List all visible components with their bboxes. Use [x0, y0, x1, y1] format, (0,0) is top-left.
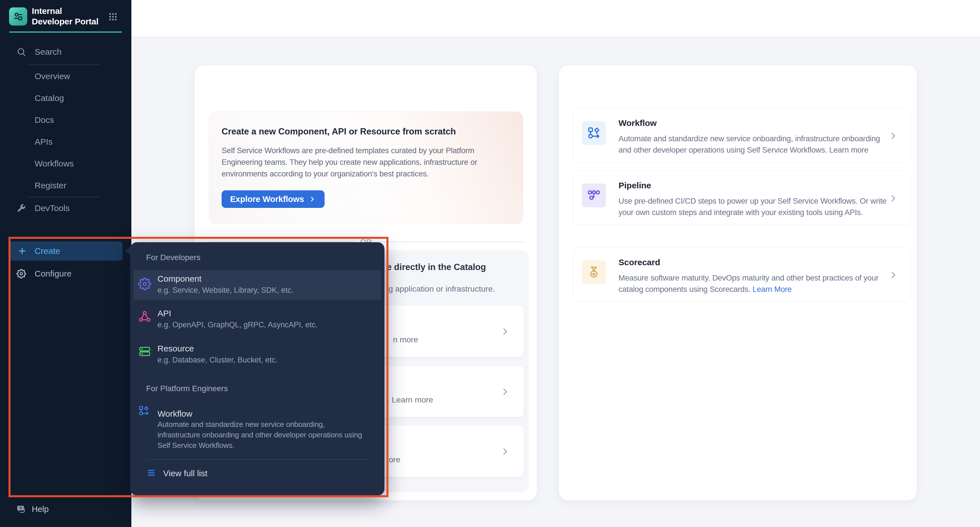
sidebar-item-label: Configure: [0, 269, 72, 279]
gear-icon: [16, 269, 26, 279]
sidebar-item-label: Workflows: [0, 159, 74, 168]
sidebar-item-overview[interactable]: Overview: [0, 68, 131, 84]
flyout-item-subtitle: e.g. Database, Cluster, Bucket, etc.: [158, 356, 277, 365]
row-description: Measure software maturity. DevOps maturi…: [619, 272, 889, 295]
pipeline-icon: [587, 189, 601, 202]
sidebar-item-label: Docs: [0, 115, 54, 125]
sidebar-item-search[interactable]: Search: [0, 44, 131, 60]
flyout-item-subtitle: e.g. OpenAPI, GraphQL, gRPC, AsyncAPI, e…: [158, 321, 318, 329]
row-title: Scorecard: [619, 257, 660, 267]
view-full-list-button[interactable]: View full list: [130, 466, 385, 484]
explore-workflows-button[interactable]: Explore Workflows: [221, 190, 325, 208]
register-row-text-fragment: . Learn more: [387, 395, 433, 405]
flyout-item-title: Component: [158, 274, 202, 284]
flyout-item-title: API: [158, 309, 171, 318]
sidebar-accent-rule: [9, 32, 122, 33]
pipeline-icon-tile: [582, 184, 606, 207]
resource-server-icon: [138, 345, 151, 358]
app-title: Internal Developer Portal: [32, 6, 103, 27]
plus-icon: [17, 246, 27, 256]
api-nodes-icon: [138, 310, 151, 323]
register-heading-fragment: e directly in the Catalog: [387, 262, 486, 272]
workflow-icon: [138, 405, 150, 416]
flyout-item-subtitle: e.g. Service, Website, Library, SDK, etc…: [158, 286, 293, 295]
flyout-item-title: Workflow: [158, 409, 192, 419]
row-description: Automate and standardize new service onb…: [619, 133, 889, 156]
chevron-right-icon: [889, 271, 898, 280]
chevron-right-icon: [889, 131, 898, 140]
view-full-list-label: View full list: [163, 468, 207, 478]
sidebar-item-help[interactable]: ? Help: [0, 500, 131, 518]
svg-text:?: ?: [19, 506, 22, 511]
workflow-icon-tile: [582, 121, 606, 145]
register-row-text-fragment: n more: [393, 335, 418, 344]
flyout-caret: [126, 247, 130, 255]
sidebar-item-label: Overview: [0, 71, 70, 81]
sidebar-item-configure[interactable]: Configure: [0, 266, 131, 282]
pipeline-row[interactable]: Pipeline Use pre-defined CI/CD steps to …: [573, 171, 911, 225]
register-subtitle-fragment: g application or infrastructure.: [388, 284, 495, 294]
app-logo: [9, 7, 27, 25]
chevron-right-icon: [501, 327, 509, 336]
chevron-right-icon: [501, 387, 509, 396]
search-icon: [16, 47, 26, 57]
create-from-scratch-card: Create a new Component, API or Resource …: [209, 111, 523, 224]
flyout-section-developers: For Developers: [146, 253, 200, 262]
scorecard-icon-tile: [582, 260, 606, 284]
apps-grid-icon[interactable]: [108, 12, 118, 22]
chevron-right-icon: [309, 195, 316, 203]
flyout-section-platform-engineers: For Platform Engineers: [146, 384, 228, 393]
create-flyout-menu: For Developers Component e.g. Service, W…: [130, 242, 385, 495]
scratch-description: Self Service Workflows are pre-defined t…: [221, 144, 514, 179]
scorecard-medal-icon: [587, 265, 601, 279]
sidebar-item-label: APIs: [0, 137, 52, 147]
sidebar-item-create[interactable]: Create: [10, 241, 123, 261]
scratch-heading: Create a new Component, API or Resource …: [221, 127, 456, 137]
help-chat-icon: ?: [16, 504, 26, 514]
sidebar-item-label: Create: [10, 246, 60, 256]
row-description: Use pre-defined CI/CD steps to power up …: [619, 195, 889, 218]
flyout-item-description: Automate and standardize new service onb…: [158, 419, 369, 451]
register-row-text-fragment: ore: [389, 455, 400, 464]
sidebar-item-catalog[interactable]: Catalog: [0, 90, 131, 106]
sidebar-item-workflows[interactable]: Workflows: [0, 156, 131, 171]
app-root: Internal Developer Portal Search Overvie…: [0, 0, 980, 527]
sidebar-item-label: DevTools: [0, 203, 70, 213]
chevron-right-icon: [889, 194, 898, 203]
list-icon: [146, 468, 156, 478]
workflow-row[interactable]: Workflow Automate and standardize new se…: [573, 108, 911, 163]
sidebar-item-devtools[interactable]: DevTools: [0, 200, 131, 216]
chevron-right-icon: [501, 447, 509, 456]
sidebar-item-label: Catalog: [0, 93, 64, 103]
platform-engineer-card: If you are an Platform Engineer ... Work…: [558, 65, 917, 501]
row-title: Pipeline: [619, 181, 651, 190]
sidebar-divider: [27, 64, 100, 65]
sliders-logo-icon: [13, 11, 24, 22]
row-title: Workflow: [619, 118, 657, 128]
divider-line: [379, 242, 523, 242]
sidebar-item-docs[interactable]: Docs: [0, 112, 131, 128]
sidebar-item-label: Register: [0, 181, 67, 190]
component-gear-icon: [138, 278, 151, 290]
flyout-divider: [146, 459, 369, 460]
page-header: [131, 0, 980, 37]
explore-workflows-label: Explore Workflows: [230, 195, 304, 204]
sidebar-divider: [27, 197, 100, 197]
flyout-item-title: Resource: [158, 344, 194, 353]
wrench-icon: [16, 203, 26, 213]
learn-more-link[interactable]: Learn More: [752, 285, 792, 294]
scorecard-row[interactable]: Scorecard Measure software maturity. Dev…: [573, 248, 911, 302]
sidebar: Internal Developer Portal Search Overvie…: [0, 0, 131, 527]
sidebar-item-label: Search: [0, 47, 62, 57]
sidebar-item-apis[interactable]: APIs: [0, 134, 131, 150]
workflow-icon: [587, 126, 601, 140]
sidebar-item-register[interactable]: Register: [0, 178, 131, 194]
row-description-text: Measure software maturity. DevOps maturi…: [619, 273, 878, 294]
